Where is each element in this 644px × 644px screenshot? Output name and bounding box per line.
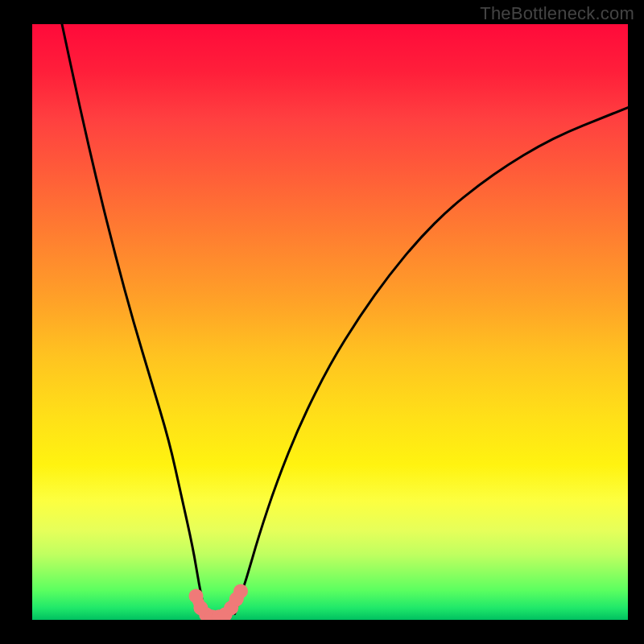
curve-layer [32,24,628,620]
chart-frame: TheBottleneck.com [0,0,644,644]
minimum-marker [189,584,249,620]
right-branch-curve [235,108,628,614]
watermark-text: TheBottleneck.com [480,3,634,24]
left-branch-curve [62,24,205,614]
plot-area [32,24,628,620]
svg-point-8 [233,584,248,598]
